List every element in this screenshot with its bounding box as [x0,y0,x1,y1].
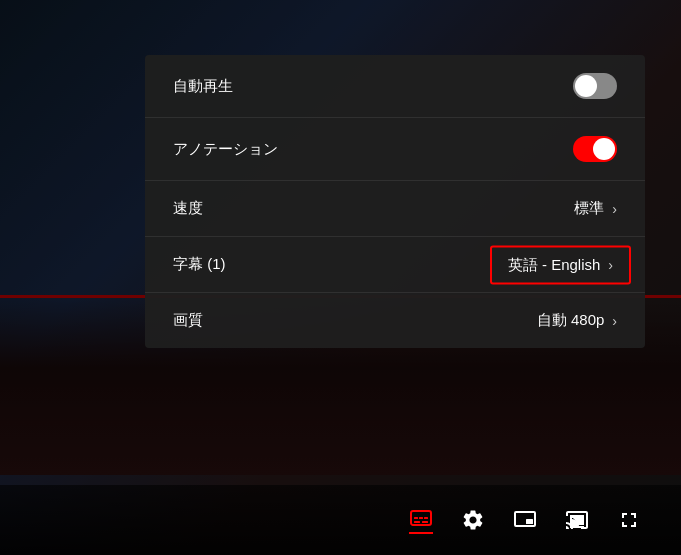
svg-rect-2 [419,517,423,519]
subtitles-highlight-box[interactable]: 英語 - English › [490,245,631,284]
subtitles-row[interactable]: 字幕 (1) 英語 - English › [145,237,645,293]
annotations-row: アノテーション [145,118,645,181]
autoplay-label: 自動再生 [173,77,233,96]
quality-value: 自動 480p [537,311,605,330]
speed-row[interactable]: 速度 標準 › [145,181,645,237]
speed-value: 標準 [574,199,604,218]
svg-rect-4 [414,521,420,523]
subtitles-chevron-icon: › [608,257,613,273]
cast-toolbar-button[interactable] [565,508,589,532]
autoplay-toggle-knob [575,75,597,97]
speed-label: 速度 [173,199,203,218]
speed-chevron-icon: › [612,201,617,217]
subtitles-icon [409,506,433,530]
cast-icon [565,508,589,532]
quality-chevron-icon: › [612,313,617,329]
svg-rect-1 [414,517,418,519]
annotations-label: アノテーション [173,140,278,159]
bottom-toolbar [0,485,681,555]
miniplayer-icon [513,508,537,532]
svg-rect-5 [422,521,428,523]
miniplayer-toolbar-button[interactable] [513,508,537,532]
autoplay-row: 自動再生 [145,55,645,118]
svg-rect-7 [526,519,533,524]
subtitles-value: 英語 - English [508,255,601,274]
fullscreen-toolbar-button[interactable] [617,508,641,532]
subtitles-label: 字幕 (1) [173,255,226,274]
quality-value-container: 自動 480p › [537,311,617,330]
fullscreen-icon [617,508,641,532]
settings-toolbar-button[interactable] [461,508,485,532]
autoplay-toggle[interactable] [573,73,617,99]
quality-row[interactable]: 画質 自動 480p › [145,293,645,348]
speed-value-container: 標準 › [574,199,617,218]
subtitles-toolbar-button[interactable] [409,506,433,534]
settings-panel: 自動再生 アノテーション 速度 標準 › 字幕 (1) 英語 - English… [145,55,645,348]
quality-label: 画質 [173,311,203,330]
svg-rect-3 [424,517,428,519]
annotations-toggle-knob [593,138,615,160]
settings-icon [461,508,485,532]
annotations-toggle[interactable] [573,136,617,162]
